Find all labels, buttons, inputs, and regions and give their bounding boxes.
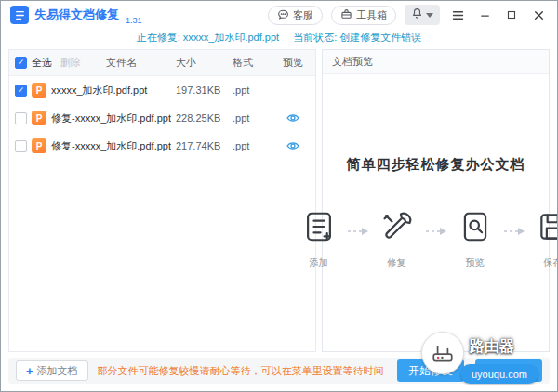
file-checkbox[interactable] [15,140,27,152]
maximize-button[interactable] [502,6,521,24]
column-header-format: 格式 [232,56,272,70]
plus-icon [26,364,33,378]
customer-service-label: 客服 [293,8,313,22]
status-state-text: 当前状态: 创建修复文件错误 [293,32,421,43]
file-format: .ppt [232,85,272,96]
file-list-panel: 全选 删除 文件名 大小 格式 预览 P xxxxx_加水印.pdf.ppt 1… [8,49,316,352]
file-name: 修复-xxxxx_加水印.pdf.ppt [51,139,171,153]
chevron-down-icon [426,13,433,18]
customer-service-button[interactable]: 客服 [268,6,323,25]
step-label: 保存 [544,256,558,269]
titlebar: 失易得文档修复 1.31 客服 工具箱 [1,1,557,29]
eye-preview-icon[interactable] [286,139,299,152]
bottom-bar: 添加文档 部分文件可能修复较慢请耐心等待，可以在菜单里设置等待时间 开始修复 保… [8,358,550,384]
step-preview: 预览 [454,209,497,269]
file-size: 228.25KB [176,112,228,124]
file-format: .ppt [232,112,272,124]
bell-icon [411,7,423,23]
main-area: 全选 删除 文件名 大小 格式 预览 P xxxxx_加水印.pdf.ppt 1… [8,49,550,352]
app-title: 失易得文档修复 [34,7,119,23]
select-all-checkbox[interactable] [15,57,27,69]
step-save: 保存 [532,209,558,269]
status-bar: 正在修复: xxxxx_加水印.pdf.ppt 当前状态: 创建修复文件错误 [1,29,557,47]
steps-headline: 简单四步轻松修复办公文档 [346,156,525,174]
menu-button[interactable] [448,6,467,24]
minimize-button[interactable] [475,6,494,24]
file-list-header: 全选 删除 文件名 大小 格式 预览 [9,50,315,76]
notifications-button[interactable] [405,5,440,25]
repair-tools-icon [379,209,415,248]
dashed-arrow-icon [503,223,525,240]
step-repair: 修复 [376,209,418,269]
ppt-file-icon: P [32,111,46,125]
add-document-icon [301,209,337,248]
status-repairing-text: 正在修复: xxxxx_加水印.pdf.ppt [137,32,279,43]
add-document-button[interactable]: 添加文档 [16,360,88,381]
column-header-name: 文件名 [86,56,171,70]
preview-panel-body: 简单四步轻松修复办公文档 添加 [323,74,549,351]
file-name: xxxxx_加水印.pdf.ppt [51,84,171,98]
file-checkbox[interactable] [15,85,27,97]
file-size: 197.31KB [176,85,228,96]
step-label: 预览 [466,256,485,269]
eye-preview-icon[interactable] [286,111,299,124]
file-row[interactable]: P 修复-xxxxx_加水印.pdf.ppt 217.74KB .ppt [9,132,315,160]
select-all-label[interactable]: 全选 [32,56,52,70]
start-repair-button[interactable]: 开始修复 [397,359,464,382]
close-button[interactable] [529,6,548,24]
file-row[interactable]: P xxxxx_加水印.pdf.ppt 197.31KB .ppt [9,76,315,104]
toolbox-label: 工具箱 [356,8,387,22]
file-preview-cell [276,111,310,124]
ppt-file-icon: P [32,138,46,153]
step-add: 添加 [298,209,340,269]
document-preview-panel: 文档预览 简单四步轻松修复办公文档 添加 [322,49,550,352]
toolbox-icon [340,8,352,22]
toolbox-button[interactable]: 工具箱 [331,6,396,25]
file-checkbox[interactable] [15,112,27,124]
file-row[interactable]: P 修复-xxxxx_加水印.pdf.ppt 228.25KB .ppt [9,104,315,132]
file-preview-cell [276,139,310,152]
dashed-arrow-icon [347,223,369,240]
preview-panel-title: 文档预览 [323,50,549,74]
warning-text: 部分文件可能修复较慢请耐心等待，可以在菜单里设置等待时间 [98,364,388,378]
preview-document-icon [458,209,493,248]
dashed-arrow-icon [425,223,447,240]
delete-label[interactable]: 删除 [60,56,81,70]
step-label: 添加 [310,256,328,269]
save-disk-icon [536,209,558,248]
chat-bubble-icon [277,8,289,22]
add-document-label: 添加文档 [37,364,78,378]
step-label: 修复 [388,256,406,269]
titlebar-actions: 客服 工具箱 [268,5,548,25]
ppt-file-icon: P [32,83,46,98]
steps-row: 添加 修复 [298,209,558,269]
file-size: 217.74KB [176,140,228,151]
app-window: 失易得文档修复 1.31 客服 工具箱 [0,0,558,392]
file-format: .ppt [232,140,272,151]
column-header-size: 大小 [176,56,228,70]
column-header-preview: 预览 [276,56,310,70]
file-name: 修复-xxxxx_加水印.pdf.ppt [51,111,171,125]
save-document-button[interactable]: 保存文档 [475,359,542,382]
app-logo-icon [10,6,29,24]
app-version: 1.31 [126,16,142,25]
